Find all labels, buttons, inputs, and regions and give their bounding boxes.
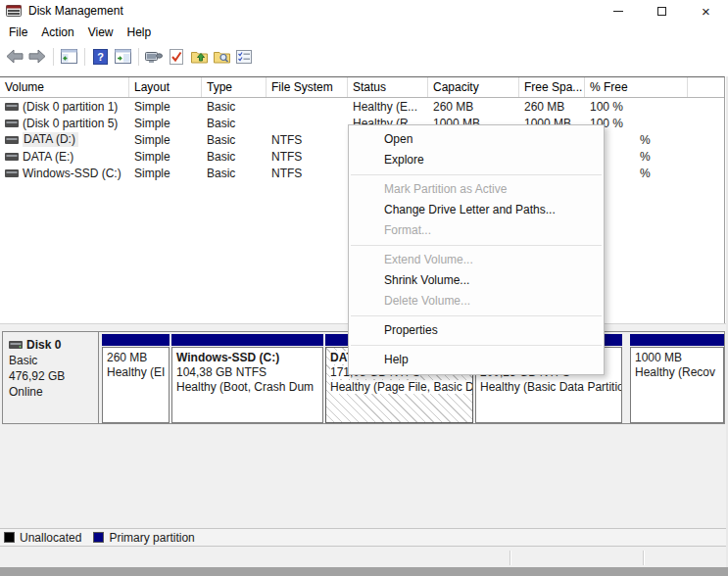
cell-status: Healthy (E...	[348, 100, 428, 114]
cell-free-space: 260 MB	[519, 100, 585, 114]
disk-0-label[interactable]: Disk 0 Basic 476,92 GB Online	[3, 332, 99, 423]
volume-name: Windows-SSD (C:)	[23, 167, 121, 180]
partition-name: Windows-SSD (C:)	[176, 351, 279, 364]
svg-text:?: ?	[97, 51, 104, 63]
maximize-icon	[657, 7, 666, 16]
column-header-blank	[688, 77, 723, 97]
partition-status: Healthy (Recov	[635, 365, 715, 379]
title-bar: Disk Management ×	[0, 0, 728, 22]
primary-partition-legend-label: Primary partition	[109, 531, 194, 545]
cell-type: Basic	[202, 133, 267, 147]
menu-item-extend-volume: Extend Volume...	[349, 250, 604, 270]
window-title: Disk Management	[28, 4, 123, 18]
cell-type: Basic	[202, 117, 267, 130]
menu-action[interactable]: Action	[34, 23, 80, 42]
table-row[interactable]: (Disk 0 partition 1) Simple Basic Health…	[0, 98, 724, 115]
volume-icon	[5, 120, 19, 127]
menu-separator	[351, 345, 602, 346]
maximize-button[interactable]	[640, 0, 684, 22]
folder-up-icon[interactable]	[188, 46, 210, 67]
menu-file[interactable]: File	[2, 23, 34, 42]
volume-name: DATA (D:)	[23, 132, 78, 147]
menu-item-mark-partition-active: Mark Partition as Active	[349, 179, 604, 200]
toolbar: ?	[0, 43, 728, 70]
disk-size: 476,92 GB	[9, 368, 92, 384]
partition-capacity: 104,38 GB NTFS	[176, 365, 267, 379]
partition-efi[interactable]: 260 MB Healthy (EI	[102, 334, 170, 423]
menu-item-change-drive-letter[interactable]: Change Drive Letter and Paths...	[349, 200, 604, 220]
menu-item-help[interactable]: Help	[349, 350, 604, 370]
column-header-type[interactable]: Type	[202, 77, 267, 97]
partition-status: Healthy (Page File, Basic Da	[330, 380, 473, 394]
action-pane-icon[interactable]	[112, 46, 133, 67]
cell-type: Basic	[202, 100, 267, 114]
legend-bar: Unallocated Primary partition	[0, 528, 728, 547]
partition-windows-ssd[interactable]: Windows-SSD (C:) 104,38 GB NTFS Healthy …	[171, 334, 323, 423]
volume-icon	[5, 169, 19, 177]
column-header-free-space[interactable]: Free Spa...	[519, 77, 585, 97]
column-header-volume[interactable]: Volume	[0, 77, 129, 97]
disk-status: Online	[9, 384, 92, 400]
menu-separator	[351, 315, 602, 316]
volume-icon	[5, 103, 19, 111]
disk-type: Basic	[9, 353, 92, 368]
primary-partition-bar	[102, 334, 170, 346]
disk-management-window: Disk Management × File Action View Help …	[0, 0, 728, 576]
partition-status: Healthy (Basic Data Partitio	[480, 380, 622, 394]
volume-icon	[5, 153, 19, 161]
menu-bar: File Action View Help	[0, 22, 728, 43]
minimize-button[interactable]	[596, 0, 640, 22]
console-tree-icon[interactable]	[58, 46, 79, 67]
volume-name: (Disk 0 partition 5)	[23, 117, 118, 130]
cell-layout: Simple	[129, 117, 202, 130]
task-check-icon[interactable]	[166, 46, 187, 67]
minimize-icon	[613, 11, 623, 12]
forward-arrow-icon[interactable]	[26, 46, 48, 67]
cell-file-system: NTFS	[267, 167, 348, 180]
close-icon: ×	[702, 4, 710, 19]
partition-recovery[interactable]: 1000 MB Healthy (Recov	[630, 334, 724, 423]
partition-capacity: 260 MB	[107, 351, 147, 364]
column-header-capacity[interactable]: Capacity	[428, 77, 519, 97]
menu-item-shrink-volume[interactable]: Shrink Volume...	[349, 270, 604, 291]
menu-view[interactable]: View	[81, 23, 121, 42]
menu-help[interactable]: Help	[121, 23, 159, 42]
close-button[interactable]: ×	[684, 0, 728, 22]
cell-layout: Simple	[129, 133, 202, 147]
toolbar-separator	[84, 48, 85, 66]
column-header-layout[interactable]: Layout	[129, 77, 202, 97]
disk-name: Disk 0	[26, 337, 61, 353]
computer-popup-icon[interactable]	[143, 46, 165, 67]
primary-partition-bar	[630, 334, 724, 346]
cell-file-system: NTFS	[267, 133, 348, 147]
column-header-pct-free[interactable]: % Free	[585, 77, 688, 97]
menu-item-explore[interactable]: Explore	[349, 150, 604, 170]
cell-capacity: 260 MB	[428, 100, 519, 114]
volume-name: (Disk 0 partition 1)	[23, 100, 118, 114]
cell-file-system: NTFS	[267, 150, 348, 164]
menu-item-open[interactable]: Open	[349, 129, 604, 150]
menu-item-format: Format...	[349, 220, 604, 241]
volume-icon	[5, 136, 19, 144]
cell-pct-free: 100 %	[585, 100, 688, 114]
volume-name: DATA (E:)	[23, 150, 73, 164]
menu-item-properties[interactable]: Properties	[349, 320, 604, 341]
cell-layout: Simple	[129, 150, 202, 164]
window-bottom-edge	[0, 567, 728, 576]
status-bar-separator	[510, 551, 510, 565]
toolbar-separator	[53, 48, 54, 66]
column-header-file-system[interactable]: File System	[267, 77, 348, 97]
help-icon[interactable]: ?	[89, 46, 111, 67]
checklist-icon[interactable]	[233, 46, 255, 67]
back-arrow-icon[interactable]	[4, 46, 25, 67]
primary-partition-bar	[171, 334, 323, 346]
list-header: Volume Layout Type File System Status Ca…	[0, 77, 724, 98]
menu-separator	[351, 245, 602, 246]
cell-layout: Simple	[129, 167, 202, 180]
menu-separator	[351, 174, 602, 175]
column-header-status[interactable]: Status	[348, 77, 428, 97]
partition-status: Healthy (EI	[107, 365, 165, 379]
folder-search-icon[interactable]	[211, 46, 232, 67]
cell-layout: Simple	[129, 100, 202, 114]
app-icon	[6, 4, 22, 18]
